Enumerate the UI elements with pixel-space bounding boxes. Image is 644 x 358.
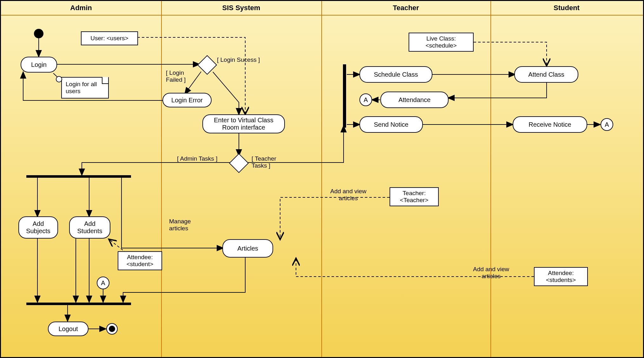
lane-header-sis: SIS System bbox=[161, 1, 321, 15]
activity-login-error: Login Error bbox=[162, 93, 212, 107]
header-divider bbox=[1, 15, 643, 16]
activity-add-subjects: Add Subjects bbox=[18, 216, 58, 239]
note-login-all: Login for all users bbox=[61, 77, 109, 99]
guard-admin-tasks: [ Admin Tasks ] bbox=[177, 155, 217, 162]
activity-schedule-class: Schedule Class bbox=[359, 66, 432, 83]
object-live-class: Live Class: <schedule> bbox=[409, 33, 474, 52]
decision-login bbox=[197, 55, 217, 75]
diagram-inner: Admin SIS System Teacher Student bbox=[1, 1, 643, 357]
activity-attendance: Attendance bbox=[380, 92, 449, 108]
lane-divider bbox=[321, 1, 322, 357]
object-user: User: <users> bbox=[81, 31, 138, 45]
label-manage-articles: Manage articles bbox=[169, 218, 198, 232]
final-node bbox=[106, 323, 118, 335]
fork-teacher bbox=[343, 64, 346, 128]
lane-header-teacher: Teacher bbox=[321, 1, 490, 15]
lane-divider bbox=[161, 1, 162, 357]
initial-node bbox=[34, 29, 43, 38]
connector-a-teacher: A bbox=[359, 93, 372, 106]
note-fold-icon bbox=[102, 77, 109, 84]
lane-header-admin: Admin bbox=[1, 1, 161, 15]
fork-admin bbox=[26, 175, 131, 178]
label-add-view-teacher: Add and view articles bbox=[326, 188, 371, 202]
activity-attend-class: Attend Class bbox=[514, 66, 578, 83]
guard-login-failed: [ Login Failed ] bbox=[166, 69, 191, 83]
activity-receive-notice: Receive Notice bbox=[513, 116, 587, 133]
activity-enter-vcr: Enter to Virtual Class Room interface bbox=[202, 114, 285, 133]
decision-tasks bbox=[229, 153, 249, 173]
join-admin bbox=[26, 303, 131, 305]
lane-header-student: Student bbox=[490, 1, 643, 15]
lane-divider bbox=[490, 1, 491, 357]
label-add-view-students: Add and view articles bbox=[467, 266, 515, 280]
connector-a-student: A bbox=[601, 118, 613, 131]
activity-login: Login bbox=[21, 57, 57, 73]
object-attendee-students: Attendee: <students> bbox=[534, 267, 588, 286]
activity-add-students: Add Students bbox=[69, 216, 110, 239]
note-text: Login for all users bbox=[66, 81, 97, 94]
object-attendee-student: Attendee: <student> bbox=[118, 251, 162, 270]
activity-send-notice: Send Notice bbox=[359, 116, 423, 133]
activity-logout: Logout bbox=[48, 322, 89, 336]
diagram-canvas: Admin SIS System Teacher Student bbox=[0, 0, 644, 358]
connector-a-admin: A bbox=[97, 277, 109, 289]
object-teacher: Teacher: <Teacher> bbox=[390, 187, 439, 206]
guard-teacher-tasks: [ Teacher Tasks ] bbox=[252, 155, 283, 169]
note-anchor-icon bbox=[56, 76, 62, 82]
guard-login-success: [ Login Sucess ] bbox=[217, 56, 260, 63]
activity-articles: Articles bbox=[222, 239, 273, 258]
